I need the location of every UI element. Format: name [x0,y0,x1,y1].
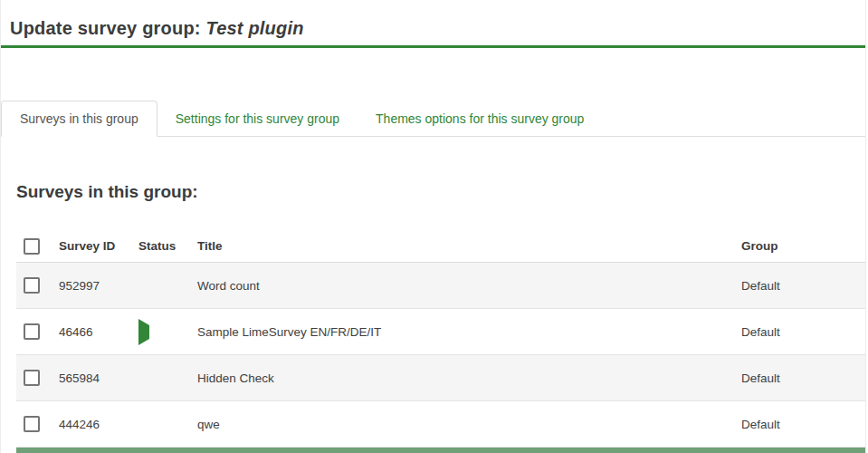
page-title-bar: Update survey group: Test plugin [1,0,865,48]
status-cell [138,325,197,339]
group-cell: Default [741,371,865,385]
page-title: Update survey group: Test plugin [10,18,865,39]
column-header-status: Status [138,239,197,253]
surveys-table: Survey ID Status Title Group 952997 Word… [16,230,865,448]
row-checkbox[interactable] [24,323,40,340]
row-checkbox[interactable] [24,416,40,432]
title-cell: Sample LimeSurvey EN/FR/DE/IT [197,325,741,339]
row-checkbox[interactable] [24,277,40,294]
table-row[interactable]: 46466 Sample LimeSurvey EN/FR/DE/IT Defa… [16,309,865,355]
table-row[interactable]: 565984 Hidden Check Default [16,355,865,401]
survey-group-panel: Update survey group: Test plugin Surveys… [0,0,866,453]
title-cell: Word count [197,279,741,293]
group-cell: Default [741,418,865,431]
table-header-row: Survey ID Status Title Group [16,230,865,263]
checkbox-cell [16,277,59,294]
row-checkbox[interactable] [24,370,40,386]
table-row[interactable]: 952997 Word count Default [16,263,865,309]
title-cell: Hidden Check [197,371,741,385]
survey-id-cell: 46466 [59,325,138,339]
checkbox-cell [16,416,59,432]
page-title-group-name: Test plugin [205,18,303,38]
tab-bar: Surveys in this group Settings for this … [1,101,865,137]
column-header-group: Group [741,239,865,253]
column-header-survey-id: Survey ID [59,239,138,253]
footer-green-bar [16,448,865,453]
table-row[interactable]: 444246 qwe Default [16,401,865,448]
survey-id-cell: 444246 [59,418,138,431]
column-header-title: Title [197,239,741,253]
group-cell: Default [741,279,865,293]
header-checkbox-cell [16,238,59,255]
group-cell: Default [741,325,865,339]
green-play-icon [138,319,149,345]
section-heading: Surveys in this group: [16,182,865,202]
title-cell: qwe [197,418,741,431]
survey-id-cell: 952997 [59,279,138,293]
tab-surveys-in-group[interactable]: Surveys in this group [1,101,157,137]
select-all-checkbox[interactable] [24,238,40,255]
tab-themes-options[interactable]: Themes options for this survey group [358,101,602,136]
survey-id-cell: 565984 [59,371,138,385]
checkbox-cell [16,323,59,340]
page-title-prefix: Update survey group: [10,18,205,38]
tab-settings[interactable]: Settings for this survey group [157,101,358,136]
checkbox-cell [16,370,59,386]
